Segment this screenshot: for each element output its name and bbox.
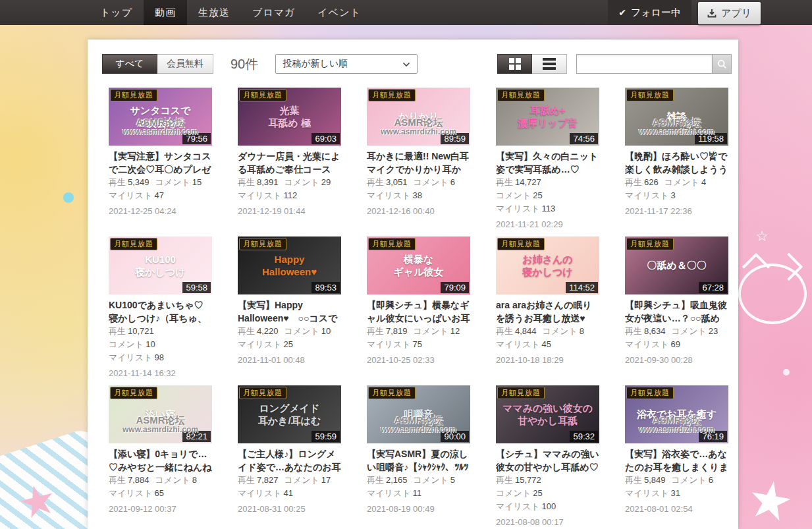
video-card[interactable]: 〇舐め＆〇〇 月額見放題 67:28 【即興シチュ】吸血鬼彼女が夜這い…？○○舐… (625, 237, 728, 379)
upload-date: 2021-10-25 02:33 (367, 355, 470, 366)
following-label: フォロー中 (631, 7, 681, 19)
video-thumbnail[interactable]: 〇舐め＆〇〇 月額見放題 67:28 (625, 237, 728, 294)
stat-mylist: マイリスト98 (109, 352, 164, 362)
list-view-button[interactable] (532, 54, 567, 74)
stat-comments: コメント12 (414, 326, 460, 336)
grid-view-button[interactable] (497, 54, 532, 74)
video-title[interactable]: ダウナー店員・光葉による耳舐めご奉仕コース 【#い (238, 150, 341, 176)
dot-decoration (783, 369, 790, 376)
video-thumbnail[interactable]: 添い寝 月額見放題 82:21 ASMR论坛www.asmrdizhi.com (109, 385, 212, 443)
video-thumbnail[interactable]: KU100 寝かしつけ 月額見放題 59:58 (109, 237, 212, 294)
duration-label: 79:09 (441, 282, 469, 293)
thumbnail-caption: 浴衣でお耳を癒す (634, 408, 719, 421)
video-title[interactable]: 【実写注意】サンタコスで二次会♡耳〇めプレゼント (109, 150, 212, 176)
duration-label: 59:59 (311, 431, 340, 442)
stat-mylist: マイリスト45 (496, 339, 551, 349)
duration-label: 76:19 (699, 431, 727, 442)
upload-date: 2021-10-18 18:29 (496, 355, 599, 366)
video-thumbnail[interactable]: サンタコスで ２次会DA! 月額見放題 79:56 ASMR论坛www.asmr… (109, 88, 212, 146)
monthly-subscription-badge: 月額見放題 (239, 238, 286, 250)
video-card[interactable]: Happy Halloween♥ 月額見放題 89:53 【実写】Happy H… (238, 237, 341, 379)
video-card[interactable]: 浴衣でお耳を癒す 月額見放題 76:19 ASMR论坛www.asmrdizhi… (625, 385, 728, 528)
video-thumbnail[interactable]: 光葉 耳舐め 極 月額見放題 69:03 (238, 88, 341, 146)
video-title[interactable]: 【実写】浴衣姿で…あなたのお耳を癒しまくります♪ (625, 447, 728, 474)
video-thumbnail[interactable]: 浴衣でお耳を癒す 月額見放題 76:19 ASMR论坛www.asmrdizhi… (625, 385, 728, 443)
video-stats: 再生5,349コメント15マイリスト47 (109, 176, 212, 202)
video-card[interactable]: 横暴な ギャル彼女 月額見放題 79:09 【即興シチュ】横暴なギャル彼女にいっ… (367, 237, 470, 379)
video-card[interactable]: お姉さんの 寝かしつけ 月額見放題 114:52 ara araお姉さんの眠りを… (496, 237, 599, 379)
video-thumbnail[interactable]: 雑談 月額見放題 119:58 ASMR论坛www.asmrdizhi.com (625, 88, 728, 146)
video-stats: 再生7,884コメント8マイリスト65 (109, 474, 212, 500)
video-card[interactable]: ロングメイド 耳かき/耳はむ 月額見放題 59:59 【ご主人様♪】ロングメイド… (238, 385, 341, 528)
video-stats: 再生7,827コメント17マイリスト41 (238, 474, 341, 500)
video-thumbnail[interactable]: 耳舐め+ 濃厚リップ音 月額見放題 74:56 (496, 88, 599, 146)
upload-date: 2021-08-19 00:49 (367, 504, 470, 515)
video-title[interactable]: 【即興シチュ】横暴なギャル彼女にいっぱいお耳を責 (367, 298, 470, 325)
video-title[interactable]: 【実写ASMR】夏の涼しい咀嚼音♪【ｼｬｸｼｬｸ、ﾂﾙﾂﾙ、 (367, 447, 470, 474)
video-card[interactable]: かりかり 月額見放題 89:59 ASMR论坛www.asmrdizhi.com… (367, 88, 470, 230)
video-stats: 再生8,391コメント29マイリスト112 (238, 176, 341, 202)
video-title[interactable]: 【シチュ】ママみの強い彼女の甘やかし耳舐め♡【バ (496, 447, 599, 474)
filter-tab-member-free[interactable]: 会員無料 (157, 54, 213, 74)
video-title[interactable]: 【即興シチュ】吸血鬼彼女が夜這い…？○○舐め＆○ (625, 298, 728, 325)
stat-views: 再生8,634 (625, 326, 666, 336)
stat-comments: コメント5 (414, 475, 455, 485)
video-thumbnail[interactable]: お姉さんの 寝かしつけ 月額見放題 114:52 (496, 237, 599, 294)
filter-tab-all[interactable]: すべて (102, 54, 157, 74)
sort-select[interactable]: 投稿が新しい順 (275, 54, 418, 74)
nav-item-blomaga[interactable]: ブロマガ (241, 0, 306, 25)
video-title[interactable]: 【晩酌】ほろ酔い♡皆で楽しく飲み雑談しよううう！ (625, 150, 728, 176)
video-title[interactable]: 耳かきに最適!! New白耳マイクでかりかり耳かき＆寝 (367, 150, 470, 176)
monthly-subscription-badge: 月額見放題 (239, 89, 286, 101)
thumbnail-caption: サンタコスで ２次会DA! (127, 104, 193, 130)
video-card[interactable]: 添い寝 月額見放題 82:21 ASMR论坛www.asmrdizhi.com … (109, 385, 212, 528)
following-button[interactable]: ✔ フォロー中 (608, 0, 691, 25)
video-stats: 再生3,051コメント6マイリスト38 (367, 176, 470, 202)
video-thumbnail[interactable]: ママみの強い彼女の 甘やかし耳舐 月額見放題 59:32 (496, 385, 599, 443)
check-icon: ✔ (618, 7, 626, 18)
video-thumbnail[interactable]: Happy Halloween♥ 月額見放題 89:53 (238, 237, 341, 294)
video-title[interactable]: 【実写】Happy Halloween♥ ○○コスでみんなを (238, 298, 341, 325)
video-title[interactable]: 【添い寝】0キョリで…♡みやぢと一緒にねんねしよ (109, 447, 212, 474)
duration-label: 59:58 (182, 282, 211, 293)
video-thumbnail[interactable]: 咀嚼音 月額見放題 90:00 ASMR论坛www.asmrdizhi.com (367, 385, 470, 443)
nav-item-live[interactable]: 生放送 (187, 0, 241, 25)
video-card[interactable]: 雑談 月額見放題 119:58 ASMR论坛www.asmrdizhi.com … (625, 88, 728, 230)
thumbnail-caption: ママみの強い彼女の 甘やかし耳舐 (500, 402, 595, 428)
video-card[interactable]: サンタコスで ２次会DA! 月額見放題 79:56 ASMR论坛www.asmr… (109, 88, 212, 230)
stat-views: 再生5,349 (109, 177, 149, 187)
video-stats: 再生15,772コメント25マイリスト100 (496, 474, 599, 513)
stat-mylist: マイリスト11 (367, 488, 421, 498)
video-card[interactable]: 咀嚼音 月額見放題 90:00 ASMR论坛www.asmrdizhi.com … (367, 385, 470, 528)
stat-mylist: マイリスト25 (238, 339, 293, 349)
stat-views: 再生14,727 (496, 177, 541, 187)
thumbnail-caption: 光葉 耳舐め 極 (265, 104, 313, 130)
video-thumbnail[interactable]: 横暴な ギャル彼女 月額見放題 79:09 (367, 237, 470, 294)
monthly-subscription-badge: 月額見放題 (497, 387, 545, 399)
nav-items: トップ動画生放送ブロマガイベント (89, 0, 372, 25)
duration-label: 69:03 (311, 133, 340, 144)
stat-views: 再生4,844 (496, 326, 537, 336)
video-title[interactable]: KU100であまいちゃ♡寝かしつけ♪（耳ちゅ、耳舐 (109, 298, 212, 325)
video-card[interactable]: KU100 寝かしつけ 月額見放題 59:58 KU100であまいちゃ♡寝かしつ… (109, 237, 212, 379)
video-thumbnail[interactable]: かりかり 月額見放題 89:59 ASMR论坛www.asmrdizhi.com (367, 88, 470, 146)
video-title[interactable]: ara araお姉さんの眠りを誘うお耳癒し放送♥（耳か (496, 298, 599, 325)
app-button[interactable]: アプリ (698, 2, 761, 24)
nav-item-video[interactable]: 動画 (144, 0, 187, 25)
stat-views: 再生3,051 (367, 177, 408, 187)
video-title[interactable]: 【実写】久々の白ニット姿で実写耳舐め…♡ (496, 150, 599, 176)
nav-item-event[interactable]: イベント (306, 0, 371, 25)
video-card[interactable]: 光葉 耳舐め 極 月額見放題 69:03 ダウナー店員・光葉による耳舐めご奉仕コ… (238, 88, 341, 230)
video-thumbnail[interactable]: ロングメイド 耳かき/耳はむ 月額見放題 59:59 (238, 385, 341, 443)
video-card[interactable]: 耳舐め+ 濃厚リップ音 月額見放題 74:56 【実写】久々の白ニット姿で実写耳… (496, 88, 599, 230)
search-input[interactable] (576, 54, 712, 74)
search-button[interactable] (712, 54, 732, 74)
video-title[interactable]: 【ご主人様♪】ロングメイド姿で…あなたのお耳を癒 (238, 447, 341, 474)
stat-views: 再生15,772 (496, 475, 541, 485)
upload-date: 2021-08-01 02:54 (625, 504, 728, 515)
nav-item-top[interactable]: トップ (89, 0, 144, 25)
stat-comments: コメント8 (155, 475, 197, 485)
video-card[interactable]: ママみの強い彼女の 甘やかし耳舐 月額見放題 59:32 【シチュ】ママみの強い… (496, 385, 599, 528)
duration-label: 114:52 (566, 282, 598, 293)
upload-date: 2021-08-08 00:17 (496, 517, 599, 528)
